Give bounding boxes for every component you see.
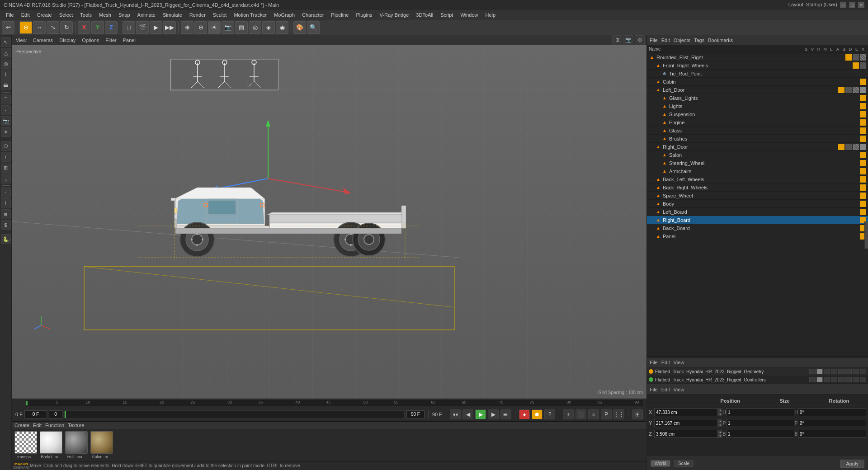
lt-spline[interactable]: ⌒ [1,94,11,104]
obj-layer-4[interactable] [853,87,859,93]
menu-vray[interactable]: V-Ray Bridge [377,11,412,19]
obj-row-back-left-wheels[interactable]: ▲ Back_Left_Wheels [647,175,868,183]
obj-row-front-right-wheels[interactable]: ▲ Front_Right_Wheels [647,61,868,70]
menu-3dtoall[interactable]: 3DToAll [413,11,436,19]
pb-record-auto[interactable]: ⏺ [532,409,542,419]
obj-vis-12[interactable] [860,152,866,158]
tb-render[interactable]: ▶▶ [163,21,176,34]
coord-menu-file[interactable]: File [650,387,658,392]
obj-row-glass[interactable]: ▲ Glass [647,127,868,135]
viewport-3d[interactable]: Perspective [12,45,646,399]
lc2-btn3[interactable] [824,377,830,382]
obj-extra-4[interactable] [860,87,866,93]
obj-vis-7[interactable] [860,111,866,118]
layer-edit[interactable]: Edit [661,360,670,365]
lt-points[interactable]: · [1,105,11,115]
pb-prev-frame[interactable]: ◀ [462,409,473,419]
coord-z-pos-input[interactable] [654,430,718,438]
vp-icon-camera[interactable]: 📷 [623,35,633,45]
obj-row-body[interactable]: ▲ Body [647,200,868,208]
obj-check-4[interactable] [845,87,852,93]
pb-goto-start[interactable]: ⏮ [450,409,461,419]
material-item-2[interactable]: Body1_m... [40,431,62,459]
obj-vis-6[interactable] [860,103,866,109]
menu-mograph[interactable]: MoGraph [271,11,298,19]
obj-vis-10[interactable] [860,136,866,142]
obj-vis-4[interactable] [838,87,844,93]
obj-menu-bookmarks[interactable]: Bookmarks [708,38,733,43]
coord-menu-view[interactable]: View [674,387,684,392]
tb-scale[interactable]: ⤡ [47,21,59,34]
coord-z-pos-up[interactable]: ▲ [718,430,722,434]
lc2-btn7[interactable] [853,377,859,382]
obj-menu-file[interactable]: File [650,38,658,43]
obj-row-panel[interactable]: ▲ Panel [647,232,868,240]
lt-cursor[interactable]: ↖ [1,37,11,47]
lc2-btn1[interactable] [809,377,816,382]
mat-create[interactable]: Create [14,423,29,428]
undo-button[interactable]: ↩ [2,21,14,34]
menu-script[interactable]: Script [437,11,456,19]
obj-row-tie-rod-point[interactable]: ⊕ Tie_Rod_Point [647,70,868,78]
tb-render-view[interactable]: ▶ [150,21,162,34]
apply-button[interactable]: Apply [840,460,864,468]
lt-sculpt[interactable]: ◟ [1,174,11,183]
tb-fg[interactable]: ◈ [262,21,275,34]
vt-display[interactable]: Display [57,37,78,43]
menu-create[interactable]: Create [34,11,55,19]
lc2-btn2[interactable] [816,377,823,382]
tb-search[interactable]: 🔍 [307,21,320,34]
menu-window[interactable]: Window [457,11,481,19]
close-button[interactable]: ✕ [858,2,864,8]
obj-vis-9[interactable] [860,127,866,134]
vt-cameras[interactable]: Cameras [31,37,56,43]
obj-row-armchairs[interactable]: ▲ Armchairs [647,167,868,175]
coord-x-size-input[interactable] [726,408,794,416]
coord-menu-edit[interactable]: Edit [661,387,670,392]
mat-texture[interactable]: Texture [68,423,84,428]
obj-check-1[interactable] [860,62,866,69]
tb-bg[interactable]: ◉ [276,21,288,34]
end-frame-input[interactable] [406,410,425,418]
lt-cloth[interactable]: ≋ [1,209,11,219]
material-item-3[interactable]: Hull_ma... [65,431,88,459]
menu-help[interactable]: Help [482,11,499,19]
coord-world-btn[interactable]: World [651,460,670,467]
pb-record[interactable]: ● [519,409,530,419]
lt-light[interactable]: ☀ [1,127,11,137]
vt-view[interactable]: View [14,37,29,43]
obj-menu-edit[interactable]: Edit [661,38,670,43]
lt-shapes[interactable]: △ [1,48,11,58]
lt-nurbs[interactable]: ◎ [1,59,11,69]
vp-icon-lock[interactable]: ⊞ [612,35,622,45]
obj-row-steering-wheel[interactable]: ▲ Steering_Wheel [647,159,868,167]
obj-row-glass-lights[interactable]: ▲ Glass_Lights [647,94,868,102]
lc2-btn8[interactable] [860,377,866,382]
menu-plugins[interactable]: Plugins [353,11,375,19]
obj-vis-17[interactable] [860,193,866,199]
menu-snap[interactable]: Snap [115,11,133,19]
obj-row-right-board[interactable]: ▲ Right_Board [647,216,868,224]
lt-edges[interactable]: / [1,152,11,162]
obj-vis-15[interactable] [860,176,866,183]
obj-row-cabin[interactable]: ▲ Cabin [647,78,868,86]
coord-z-rot-input[interactable] [798,430,866,438]
layer-view[interactable]: View [674,360,684,365]
lc1-btn4[interactable] [831,369,837,374]
obj-row-left-board[interactable]: ▲ Left_Board [647,208,868,216]
material-item-1[interactable]: transpa... [14,431,37,459]
menu-sculpt[interactable]: Sculpt [210,11,230,19]
obj-row-brushes[interactable]: ▲ Brushes [647,135,868,143]
lt-more[interactable]: $ [1,220,11,230]
menu-mesh[interactable]: Mesh [96,11,114,19]
lc1-btn6[interactable] [845,369,852,374]
obj-vis-0[interactable] [845,54,852,61]
coord-scale-btn[interactable]: Scale [674,460,693,467]
obj-menu-objects[interactable]: Objects [674,38,690,43]
coord-y-size-input[interactable] [726,419,794,427]
obj-check-0[interactable] [853,54,859,61]
obj-row-left-door[interactable]: ▲ Left_Door [647,86,868,94]
lc1-btn8[interactable] [860,369,866,374]
menu-simulate[interactable]: Simulate [160,11,185,19]
obj-check-11[interactable] [845,144,852,150]
